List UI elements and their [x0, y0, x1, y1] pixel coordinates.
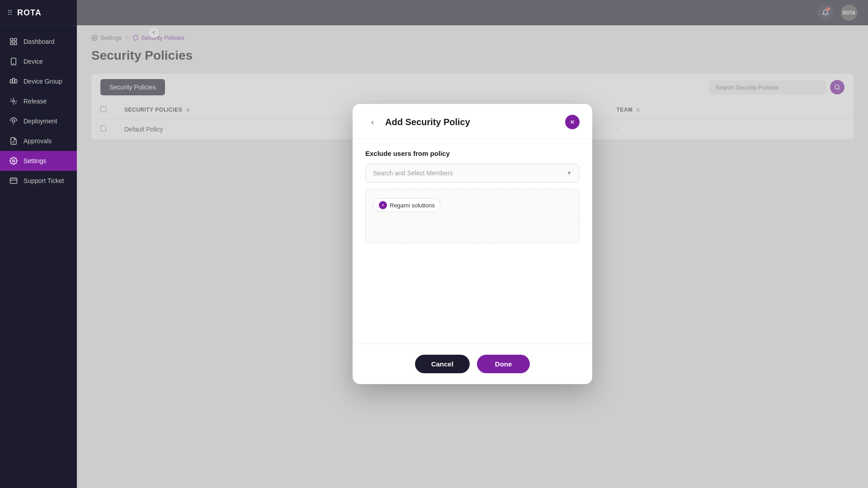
modal-back-button[interactable]: ‹ [365, 115, 380, 129]
approvals-icon [9, 136, 18, 145]
modal-section-label: Exclude users from policy [365, 150, 580, 157]
svg-point-15 [13, 160, 15, 162]
svg-rect-1 [14, 38, 17, 41]
sidebar-item-release[interactable]: Release [0, 91, 77, 111]
tag-label: Regami solutions [390, 202, 435, 209]
sidebar-item-deployment[interactable]: Deployment [0, 111, 77, 131]
settings-icon [9, 156, 18, 165]
sidebar-item-label: Device [24, 58, 43, 65]
chevron-down-icon: ▼ [566, 170, 572, 176]
sidebar: ⠿ ROTA Dashboard Device Device Group Re [0, 0, 77, 488]
deployment-icon [9, 117, 18, 126]
sidebar-item-device-group[interactable]: Device Group [0, 71, 77, 91]
svg-rect-0 [10, 38, 13, 41]
modal-title: Add Security Policy [385, 117, 560, 127]
svg-rect-3 [14, 42, 17, 45]
sidebar-item-dashboard[interactable]: Dashboard [0, 32, 77, 52]
svg-rect-2 [10, 42, 13, 45]
sidebar-item-label: Approvals [24, 137, 52, 145]
tag-remove-button[interactable] [379, 201, 387, 209]
modal-footer: Cancel Done [353, 343, 592, 384]
svg-point-9 [13, 100, 15, 103]
modal-header: ‹ Add Security Policy [353, 104, 592, 139]
sidebar-item-approvals[interactable]: Approvals [0, 131, 77, 151]
sidebar-item-support[interactable]: Support Ticket [0, 171, 77, 191]
sidebar-nav: Dashboard Device Device Group Release De… [0, 26, 77, 488]
member-select-placeholder: Search and Select Members [373, 169, 453, 177]
modal-close-button[interactable] [565, 115, 580, 129]
support-icon [9, 176, 18, 185]
dashboard-icon [9, 37, 18, 46]
app-brand: ROTA [17, 8, 42, 18]
sidebar-item-label: Device Group [24, 78, 62, 85]
modal-body: Exclude users from policy Search and Sel… [353, 139, 592, 343]
modal-add-security-policy: ‹ Add Security Policy Exclude users from… [353, 104, 592, 384]
selected-members-container: Regami solutions [365, 189, 580, 243]
sidebar-item-label: Support Ticket [24, 177, 64, 184]
svg-point-10 [12, 120, 15, 122]
done-button[interactable]: Done [477, 355, 530, 373]
device-icon [9, 57, 18, 66]
sidebar-item-settings[interactable]: Settings [0, 151, 77, 171]
svg-rect-7 [13, 78, 15, 83]
tag-regami: Regami solutions [373, 198, 441, 212]
sidebar-item-label: Dashboard [24, 38, 55, 45]
modal-overlay: ‹ Add Security Policy Exclude users from… [77, 0, 868, 488]
sidebar-item-device[interactable]: Device [0, 52, 77, 71]
sidebar-item-label: Release [24, 98, 47, 105]
svg-rect-8 [15, 80, 17, 83]
main-content: ROTA Settings > Security Policies Securi… [77, 0, 868, 488]
member-select-dropdown[interactable]: Search and Select Members ▼ [365, 164, 580, 183]
sidebar-header: ⠿ ROTA [0, 0, 77, 26]
dots-icon: ⠿ [7, 9, 13, 17]
svg-rect-16 [10, 178, 17, 183]
svg-rect-6 [10, 80, 13, 83]
cancel-button[interactable]: Cancel [415, 355, 470, 373]
sidebar-item-label: Settings [24, 157, 47, 164]
sidebar-item-label: Deployment [24, 117, 57, 125]
device-group-icon [9, 77, 18, 86]
release-icon [9, 97, 18, 106]
